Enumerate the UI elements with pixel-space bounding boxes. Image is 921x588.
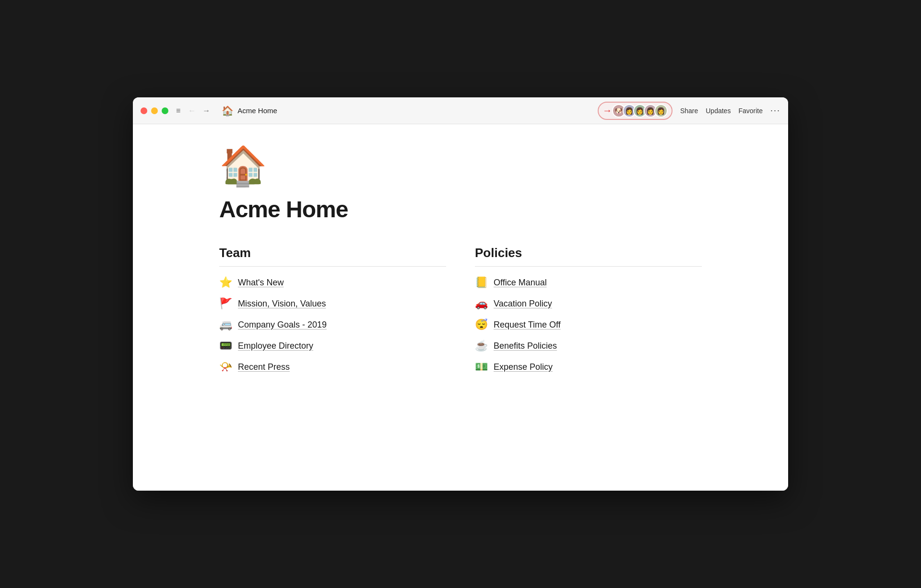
press-emoji: 📯	[219, 361, 232, 373]
page-header-emoji: 🏠	[219, 143, 702, 188]
timeoff-emoji: 😴	[475, 318, 488, 331]
main-content: 🏠 Acme Home Team ⭐ What's New 🚩 Mission,…	[133, 124, 788, 491]
avatar-5: 👩	[654, 104, 668, 118]
back-arrow-icon[interactable]: ←	[186, 106, 198, 116]
team-section: Team ⭐ What's New 🚩 Mission, Vision, Val…	[219, 246, 446, 373]
titlebar-right: → 🐶 👩 👩 👩 👩 Share Updates Favo	[598, 102, 780, 120]
list-item[interactable]: 🚐 Company Goals - 2019	[219, 318, 446, 331]
page-icon-title: 🏠 Acme Home	[222, 105, 277, 117]
vacation-link[interactable]: Vacation Policy	[494, 299, 552, 309]
mission-link[interactable]: Mission, Vision, Values	[238, 299, 326, 309]
list-item[interactable]: 📒 Office Manual	[475, 276, 702, 289]
titlebar-controls: ≡ ← → 🏠 Acme Home	[176, 105, 277, 117]
directory-emoji: 📟	[219, 340, 232, 352]
titlebar: ≡ ← → 🏠 Acme Home → 🐶 👩 👩	[133, 97, 788, 124]
list-item[interactable]: 📟 Employee Directory	[219, 340, 446, 352]
goals-emoji: 🚐	[219, 318, 232, 331]
arrow-indicator: →	[602, 105, 612, 116]
share-button[interactable]: Share	[680, 107, 698, 115]
page-title: Acme Home	[219, 196, 702, 223]
traffic-lights	[141, 107, 168, 114]
whats-new-link[interactable]: What's New	[238, 278, 283, 288]
titlebar-page-title: Acme Home	[237, 106, 277, 115]
favorite-button[interactable]: Favorite	[738, 107, 763, 115]
forward-arrow-icon[interactable]: →	[201, 106, 212, 116]
vacation-emoji: 🚗	[475, 297, 488, 310]
team-list: ⭐ What's New 🚩 Mission, Vision, Values 🚐…	[219, 276, 446, 373]
goals-link[interactable]: Company Goals - 2019	[238, 320, 327, 330]
office-manual-link[interactable]: Office Manual	[494, 278, 547, 288]
maximize-button[interactable]	[162, 107, 168, 114]
app-window: ≡ ← → 🏠 Acme Home → 🐶 👩 👩	[133, 97, 788, 491]
team-divider	[219, 266, 446, 267]
minimize-button[interactable]	[151, 107, 158, 114]
office-manual-emoji: 📒	[475, 276, 488, 289]
press-link[interactable]: Recent Press	[238, 362, 290, 372]
list-item[interactable]: ☕ Benefits Policies	[475, 340, 702, 352]
more-options-button[interactable]: ···	[770, 106, 780, 116]
benefits-emoji: ☕	[475, 340, 488, 352]
policies-divider	[475, 266, 702, 267]
timeoff-link[interactable]: Request Time Off	[494, 320, 561, 330]
list-item[interactable]: 😴 Request Time Off	[475, 318, 702, 331]
list-item[interactable]: 📯 Recent Press	[219, 361, 446, 373]
directory-link[interactable]: Employee Directory	[238, 341, 313, 351]
close-button[interactable]	[141, 107, 147, 114]
team-section-heading: Team	[219, 246, 446, 260]
policies-list: 📒 Office Manual 🚗 Vacation Policy 😴 Requ…	[475, 276, 702, 373]
sections-grid: Team ⭐ What's New 🚩 Mission, Vision, Val…	[219, 246, 702, 373]
hamburger-icon[interactable]: ≡	[176, 106, 180, 115]
list-item[interactable]: 💵 Expense Policy	[475, 361, 702, 373]
mission-emoji: 🚩	[219, 297, 232, 310]
list-item[interactable]: 🚩 Mission, Vision, Values	[219, 297, 446, 310]
page-emoji: 🏠	[222, 105, 234, 117]
list-item[interactable]: 🚗 Vacation Policy	[475, 297, 702, 310]
updates-button[interactable]: Updates	[706, 107, 731, 115]
policies-section: Policies 📒 Office Manual 🚗 Vacation Poli…	[475, 246, 702, 373]
whats-new-emoji: ⭐	[219, 276, 232, 289]
nav-arrows: ← →	[186, 106, 212, 116]
list-item[interactable]: ⭐ What's New	[219, 276, 446, 289]
policies-section-heading: Policies	[475, 246, 702, 260]
avatar-group[interactable]: → 🐶 👩 👩 👩 👩	[598, 102, 673, 120]
expense-emoji: 💵	[475, 361, 488, 373]
benefits-link[interactable]: Benefits Policies	[494, 341, 557, 351]
expense-link[interactable]: Expense Policy	[494, 362, 553, 372]
